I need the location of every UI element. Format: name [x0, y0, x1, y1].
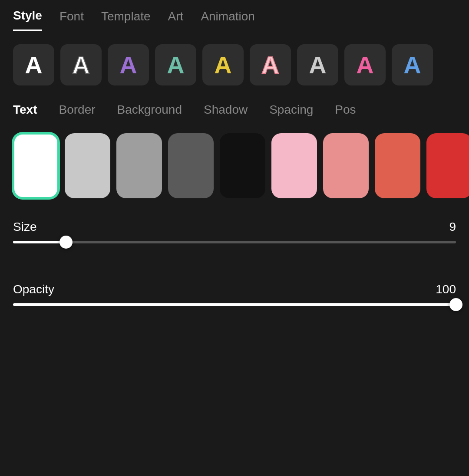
swatch-gray[interactable]: [116, 133, 162, 198]
swatch-salmon[interactable]: [323, 133, 369, 198]
sub-tabs: Text Border Background Shadow Spacing Po…: [0, 98, 469, 125]
font-style-item[interactable]: A: [60, 44, 102, 85]
swatch-coral[interactable]: [375, 133, 420, 198]
opacity-slider-thumb[interactable]: [449, 298, 462, 311]
size-value: 9: [449, 220, 456, 234]
opacity-slider-header: Opacity 100: [13, 282, 456, 296]
sub-tab-border[interactable]: Border: [59, 103, 96, 120]
nav-style[interactable]: Style: [13, 9, 42, 31]
nav-animation[interactable]: Animation: [201, 10, 255, 30]
opacity-slider-track[interactable]: [13, 303, 456, 306]
size-slider-section: Size 9: [0, 211, 469, 269]
opacity-label: Opacity: [13, 282, 54, 296]
nav-font[interactable]: Font: [59, 10, 84, 30]
font-style-item[interactable]: A: [297, 44, 338, 85]
font-style-item[interactable]: A: [344, 44, 386, 85]
top-nav: Style Font Template Art Animation: [0, 0, 469, 31]
swatch-black[interactable]: [220, 133, 265, 198]
sub-tab-pos[interactable]: Pos: [335, 103, 356, 120]
font-style-item[interactable]: A: [392, 44, 433, 85]
swatch-darkgray[interactable]: [168, 133, 214, 198]
font-style-item[interactable]: A: [202, 44, 244, 85]
swatch-white[interactable]: [13, 133, 59, 198]
font-style-item[interactable]: A: [13, 44, 54, 85]
nav-template[interactable]: Template: [101, 10, 151, 30]
font-style-item[interactable]: A: [155, 44, 196, 85]
color-swatches: [0, 125, 469, 207]
sub-tab-spacing[interactable]: Spacing: [269, 103, 313, 120]
sub-tab-background[interactable]: Background: [117, 103, 182, 120]
nav-art[interactable]: Art: [168, 10, 184, 30]
swatch-lightpink[interactable]: [271, 133, 317, 198]
font-style-item[interactable]: A: [108, 44, 149, 85]
sub-tab-shadow[interactable]: Shadow: [204, 103, 248, 120]
opacity-slider-fill: [13, 303, 456, 306]
size-slider-thumb[interactable]: [59, 236, 73, 249]
swatch-red[interactable]: [426, 133, 469, 198]
size-slider-track[interactable]: [13, 241, 456, 243]
opacity-value: 100: [436, 282, 456, 296]
sub-tab-text[interactable]: Text: [13, 103, 37, 120]
font-styles-row: A A A A A A A A A A: [0, 31, 469, 94]
size-slider-fill: [13, 241, 66, 243]
opacity-slider-section: Opacity 100: [0, 274, 469, 332]
swatch-lightgray[interactable]: [65, 133, 110, 198]
font-style-item[interactable]: A: [250, 44, 291, 85]
size-slider-header: Size 9: [13, 220, 456, 234]
size-label: Size: [13, 220, 36, 234]
